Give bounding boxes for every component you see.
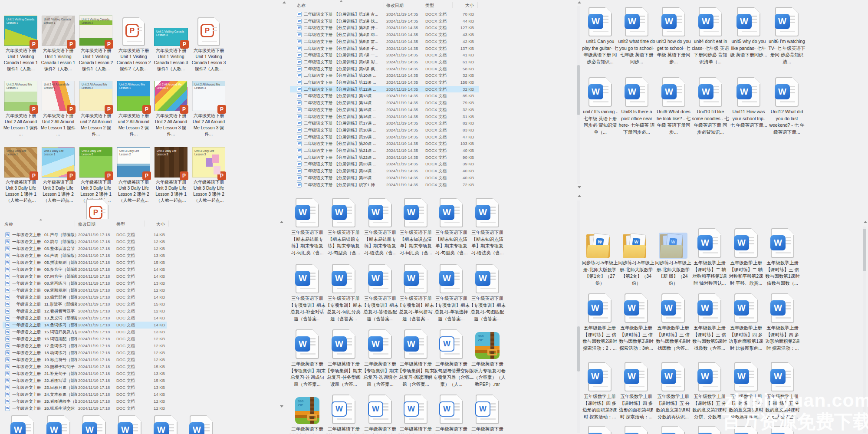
file-row[interactable]: W二年级语文下册【分层训练】第7课 一...2024/11/19 14:35DO… — [290, 52, 479, 59]
file-row[interactable]: W一年级语文上册04.声调（部编版）...2024/11/19 17:18DOC… — [3, 252, 167, 259]
scroll-up-button[interactable] — [864, 221, 867, 223]
file-item[interactable]: W — [117, 414, 143, 434]
scrollbar-thumb[interactable] — [863, 229, 866, 271]
file-item[interactable]: Wunit2 what time do you go to school- 七年… — [618, 4, 655, 65]
file-item[interactable]: W — [153, 414, 179, 434]
file-row[interactable]: W二年级语文下册【分层训练】第19课 ...2024/11/19 14:35DO… — [290, 134, 479, 141]
file-row[interactable]: W二年级语文下册【分层训练】第6课 千...2024/11/19 14:35DO… — [290, 45, 479, 52]
file-item[interactable]: W五年级数学上册【课时练】二 轴对称和平移第2课时 平移、欣赏... — [727, 225, 765, 286]
file-item[interactable]: WUn­it8 Is there a post office near here… — [618, 75, 655, 135]
file-item[interactable]: WUnit9 What does he look like? - 七年级 英语下… — [655, 75, 692, 135]
file-item[interactable]: W三年级英语下册 【专项集训】期末总复习-词汇分类题（含答案... — [326, 261, 362, 322]
file-row[interactable]: W一年级语文上册10.偏旁部首（部编...2024/11/19 17:18DOC… — [3, 294, 167, 301]
file-row[interactable]: W二年级语文下册【分层训练】第18课 ...2024/11/19 14:35DO… — [290, 127, 479, 134]
column-header-name[interactable]: 名称 — [4, 221, 13, 227]
file-item[interactable]: W三年级英语下册 版语音与词汇专... — [362, 392, 398, 434]
file-item[interactable]: W三年级英语下册 【期末易错题专练】期末专项复习-词汇类（含... — [289, 195, 326, 256]
file-row[interactable]: W一年级语文上册19.标点符号（部编...2024/11/19 17:18DOC… — [3, 356, 167, 363]
scroll-up-button[interactable] — [578, 1, 581, 3]
file-item[interactable]: Wunit7 It's raining - 七年级 英语下册同步必 背知识清单（… — [582, 75, 618, 135]
file-row[interactable]: W一年级语文上册24.文本积累（部编...2024/11/19 17:18DOC… — [3, 391, 167, 398]
file-row[interactable]: W一年级语文上册23.日积月累（部编...2024/11/19 17:18DOC… — [3, 384, 167, 391]
file-row[interactable]: W一年级语文上册05.拼读规则（部编...2024/11/19 17:18DOC… — [3, 259, 167, 266]
file-row[interactable]: W一年级语文上册11.形近字（部编版...2024/11/19 17:18DOC… — [3, 301, 167, 308]
file-row[interactable]: W一年级语文上册13.反义词（部编版...2024/11/19 17:18DOC… — [3, 315, 167, 322]
file-item[interactable]: W — [581, 422, 618, 434]
scroll-up-button[interactable] — [578, 195, 581, 197]
file-row[interactable]: W二年级语文下册【分层训练】第21课 ...2024/11/19 14:35DO… — [290, 147, 479, 154]
scroll-up-button[interactable] — [280, 221, 283, 223]
file-item[interactable]: W三年级英语下册 版句型与情景交际专项复习卷（含答案）（人... — [433, 327, 470, 388]
file-row[interactable]: W二年级语文下册【分层训练】第25课 ...2024/11/19 14:35DO… — [290, 174, 479, 181]
file-row[interactable]: W二年级语文下册【分层训练】第3课 开...2024/11/19 14:35DO… — [290, 24, 479, 31]
file-row[interactable]: W一年级语文上册17.量词练习（部编...2024/11/19 17:18DOC… — [3, 342, 167, 349]
file-item[interactable]: W同步练习-5年级上册-北师大版数学【第2套】（34份） — [618, 225, 655, 286]
column-header-size[interactable]: 大小 — [146, 221, 165, 227]
file-row[interactable]: W二年级语文下册【分层训练】第17课 ...2024/11/19 14:35DO… — [290, 120, 479, 127]
file-row[interactable]: W一年级语文上册14.叠词练习（部编...2024/11/19 17:18DOC… — [3, 322, 167, 329]
file-item[interactable]: Wunit5 why do you like pandas- 七年级 英语下册同… — [730, 4, 767, 59]
file-item[interactable]: W三年级英语下册 【期末易错题专练】期末专项复习-句型类（含... — [326, 195, 362, 256]
file-item[interactable]: W同步练习-5年级上册-北师大版数学【新 版】（24份） — [654, 225, 692, 286]
file-item[interactable]: W三年级英语下册 【专项集训】期末总复习-任务型阅读题（含答... — [326, 327, 362, 388]
file-row[interactable]: W二年级语文下册【分层训练】第15课 ...2024/11/19 14:35DO… — [290, 106, 479, 113]
file-item[interactable]: W三年级英语下册 【期末知识点清单】期末专项复习-语法类（含... — [469, 195, 506, 256]
file-item[interactable]: W五年级数学上册【课时练】三 倍数与因数第1课时 倍数与因数（... — [764, 225, 801, 286]
file-row[interactable]: W一年级语文上册26.联系生活交际（...2024/11/19 17:18DOC… — [3, 405, 167, 412]
file-item[interactable]: W五年级数学上册【课时练】二 轴对称和平移第1课时 轴对称再认... — [691, 225, 728, 286]
file-row[interactable]: W二年级语文下册【分层训练】第8课 彩...2024/11/19 14:35DO… — [290, 59, 479, 66]
file-item[interactable]: WUnit12 What did you do last weekend? - … — [769, 75, 805, 135]
file-row[interactable]: W二年级语文下册【分层训练】识字1 神...2024/11/19 14:35DO… — [290, 181, 479, 188]
file-item[interactable]: WUnit10 I'd like some noodles.- 七年级英语下册 … — [692, 75, 729, 135]
file-item[interactable]: W — [654, 422, 692, 434]
file-row[interactable]: W二年级语文下册【分层训练】第24课 ...2024/11/19 14:35DO… — [290, 168, 479, 174]
file-row[interactable]: W二年级语文下册【分层训练】第11课 ...2024/11/19 14:35DO… — [290, 79, 479, 86]
file-item[interactable]: W五年级数学上册【课时练】五 分数的意义第1课时 分数的再认识... — [654, 358, 692, 420]
file-item[interactable]: W三年级英语下册 句型（人教PEP... — [469, 392, 506, 434]
file-row[interactable]: W一年级语文上册16.词语搭配（部编...2024/11/19 17:18DOC… — [3, 335, 167, 342]
file-item[interactable]: W三年级英语下册 【专项集训】期末总复习-答语匹配题（含答案... — [362, 261, 398, 322]
column-header-name[interactable]: 名称 — [297, 3, 306, 9]
file-row[interactable]: W一年级语文上册21.补充句子（部编...2024/11/19 17:18DOC… — [3, 370, 167, 377]
file-item[interactable]: W五年级数学上册【课时练】三 倍数与因数第3课时 探索活动：3的... — [618, 290, 655, 352]
file-item[interactable]: W三年级英语下册 版新型题型专练... — [326, 392, 362, 434]
file-item[interactable]: W三年级英语下册 【期末易错题专练】期末专项复习-语法类（含... — [362, 195, 398, 256]
file-row[interactable]: W一年级语文上册09.笔顺规则（部编...2024/11/19 17:18DOC… — [3, 287, 167, 294]
file-row[interactable]: W一年级语文上册12.看拼音写汉字（...2024/11/19 17:18DOC… — [3, 308, 167, 315]
file-row[interactable]: W二年级语文下册【分层训练】第2课 找...2024/11/19 14:35DO… — [290, 18, 479, 25]
file-row[interactable]: W一年级语文上册03.整体认读音节（...2024/11/19 17:18DOC… — [3, 245, 167, 252]
file-item[interactable]: W — [10, 414, 36, 434]
file-item[interactable]: W — [46, 414, 72, 434]
file-item[interactable]: W五年级数学上册【课时练】四 多边形的面积第3课时 探索活动：... — [581, 358, 618, 420]
file-item[interactable]: W三年级英语下册 【专项集训】期末总复习-补全对话题（含答案... — [289, 261, 326, 322]
file-item[interactable]: Wunit6 I'm watching TV- 七 年级英语下册同 步必背知识清… — [769, 4, 805, 65]
file-item[interactable]: W三年级英语下册 【专项集训】期末总复习-阅读理解题（含答案... — [398, 327, 434, 388]
column-header-date[interactable]: 修改日期 — [78, 221, 95, 227]
file-row[interactable]: W二年级语文下册【分层训练】第16课 ...2024/11/19 14:35DO… — [290, 113, 479, 120]
file-row[interactable]: W二年级语文下册【分层训练】第9课 枫...2024/11/19 14:35DO… — [290, 66, 479, 72]
scroll-up-button[interactable] — [283, 1, 286, 3]
scroll-down-button[interactable] — [578, 186, 581, 188]
scrollbar-thumb[interactable] — [577, 65, 580, 115]
file-item[interactable]: Wunit4 don't eat in class- 七年级 英语下册同步必 背… — [692, 4, 729, 65]
column-header-size[interactable]: 大小 — [455, 3, 474, 9]
scrollbar-thumb[interactable] — [577, 326, 580, 372]
file-row[interactable]: W一年级语文上册20.照样子写句子（...2024/11/19 17:18DOC… — [3, 363, 167, 370]
file-item[interactable]: W三年级英语下册 【专项集训】期末总复习-句图匹配题（含答案... — [469, 261, 506, 322]
file-row[interactable]: W二年级语文下册【分层训练】第12课 ...2024/11/19 14:35DO… — [290, 86, 479, 93]
file-row[interactable]: W一年级语文上册02.韵母（部编版）...2024/11/19 17:18DOC… — [3, 238, 167, 245]
file-item[interactable]: WUnit11 How was your school trip- 七 年级英语… — [730, 75, 767, 129]
file-item[interactable]: Wunit3 how do you get to school- 七年级 英语下… — [655, 4, 692, 65]
file-item[interactable]: W三年级英语下册 【专项集训】期末总复习-单词拼写题（含答案... — [398, 261, 434, 322]
file-item[interactable]: W — [81, 414, 107, 434]
file-item[interactable]: W五年级数学上册【课时练】三 倍数与因数第2课时 探索活动：2，... — [581, 290, 618, 352]
column-header-date[interactable]: 修改日期 — [386, 3, 404, 9]
file-row[interactable]: W二年级语文下册【分层训练】第14课 ...2024/11/19 14:35DO… — [290, 99, 479, 106]
file-item[interactable]: W三年级英语下册 词汇（人教PEP... — [433, 392, 470, 434]
file-item[interactable]: W三年级英语下册 【专项集训】期末总复习-连词成句题（含答案... — [289, 327, 326, 388]
file-item[interactable]: W同步练习-5年级上册-北师大版数学【第1套】（27份） — [581, 225, 618, 286]
file-row[interactable]: W二年级语文下册【分层训练】第23课 ...2024/11/19 14:35DO… — [290, 161, 479, 168]
file-item[interactable]: W三年级英语下册 【期末知识点清单】期末专项复习-词汇类（含... — [398, 195, 434, 256]
file-row[interactable]: W一年级语文上册15.词语归类及方位...2024/11/19 17:18DOC… — [3, 329, 167, 335]
file-row[interactable]: W二年级语文下册【分层训练】第20课 ...2024/11/19 14:35DO… — [290, 140, 479, 147]
